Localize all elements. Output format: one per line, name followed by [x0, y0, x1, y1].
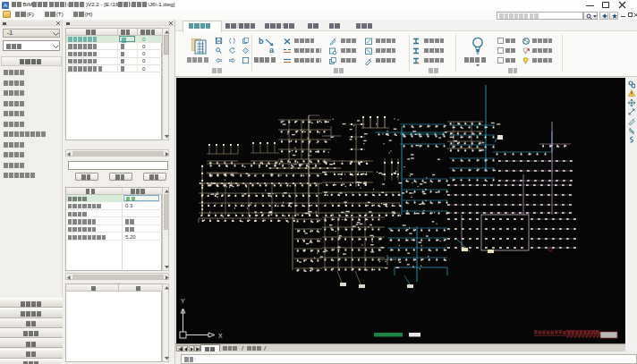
svg-text:Y: Y — [181, 298, 185, 304]
svg-text:X: X — [218, 333, 223, 339]
